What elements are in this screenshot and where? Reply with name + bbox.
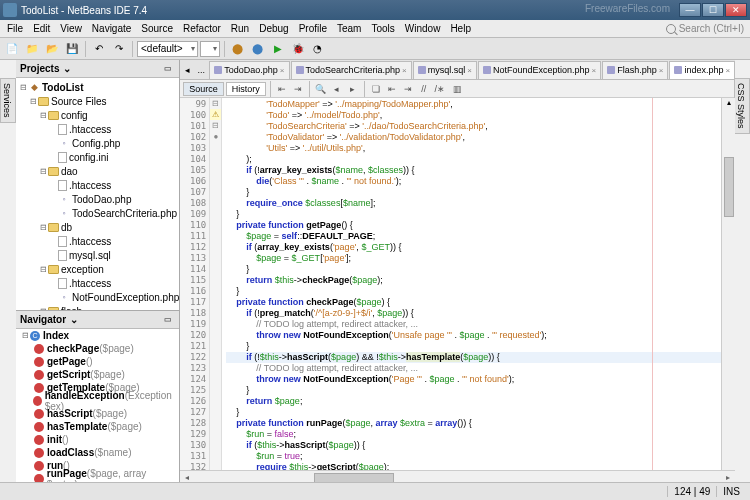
menu-view[interactable]: View — [55, 22, 87, 35]
build-button[interactable]: ⬤ — [229, 40, 247, 58]
menu-source[interactable]: Source — [136, 22, 178, 35]
nav-item[interactable]: loadClass($name) — [16, 446, 179, 459]
editor-tab[interactable]: Flash.php× — [602, 61, 668, 79]
editor-tab[interactable]: TodoDao.php× — [209, 61, 289, 79]
line-gutter[interactable]: 9910010110210310410510610710810911011111… — [180, 98, 210, 470]
insert-mode: INS — [716, 486, 746, 497]
tab-close-icon[interactable]: × — [592, 66, 597, 75]
next-bookmark-button[interactable]: ▸ — [346, 82, 360, 96]
menu-window[interactable]: Window — [400, 22, 446, 35]
nav-item[interactable]: handleException(Exception $ex) — [16, 394, 179, 407]
prev-bookmark-button[interactable]: ◂ — [330, 82, 344, 96]
history-tab[interactable]: History — [226, 82, 266, 96]
split-button[interactable]: ▥ — [451, 82, 465, 96]
search-box[interactable]: Search (Ctrl+I) — [666, 23, 750, 34]
editor-tab[interactable]: NotFoundException.php× — [478, 61, 601, 79]
menu-file[interactable]: File — [2, 22, 28, 35]
tab-close-icon[interactable]: × — [280, 66, 285, 75]
menu-team[interactable]: Team — [332, 22, 366, 35]
nav-item[interactable]: init() — [16, 433, 179, 446]
menu-navigate[interactable]: Navigate — [87, 22, 136, 35]
tree-item[interactable]: ⊟config — [16, 108, 179, 122]
uncomment-button[interactable]: /∗ — [433, 82, 447, 96]
nav-item[interactable]: getScript($page) — [16, 368, 179, 381]
comment-button[interactable]: // — [417, 82, 431, 96]
vertical-scrollbar[interactable]: ▴ — [721, 98, 735, 470]
tab-close-icon[interactable]: × — [467, 66, 472, 75]
menu-edit[interactable]: Edit — [28, 22, 55, 35]
close-button[interactable]: ✕ — [725, 3, 747, 17]
css-styles-side-tab[interactable]: CSS Styles — [734, 78, 750, 134]
services-side-tab[interactable]: Services — [0, 78, 16, 123]
code-area[interactable]: 'TodoMapper' => '../mapping/TodoMapper.p… — [222, 98, 721, 470]
source-tab[interactable]: Source — [183, 82, 224, 96]
nav-back-button[interactable]: ⇤ — [275, 82, 289, 96]
new-project-button[interactable]: 📁 — [23, 40, 41, 58]
config-combo[interactable]: <default> — [137, 41, 198, 57]
shift-left-button[interactable]: ⇤ — [385, 82, 399, 96]
minimize-button[interactable]: — — [679, 3, 701, 17]
nav-item[interactable]: checkPage($page) — [16, 342, 179, 355]
tree-item[interactable]: ⊟db — [16, 220, 179, 234]
tab-close-icon[interactable]: × — [725, 66, 730, 75]
nav-fwd-button[interactable]: ⇥ — [291, 82, 305, 96]
tree-item[interactable]: ◦TodoSearchCriteria.php — [16, 206, 179, 220]
nav-item[interactable]: runPage($page, array $extra) — [16, 472, 179, 482]
annotation-gutter[interactable]: ⊟⚠⊟● — [210, 98, 222, 470]
panel-min-button[interactable]: ▭ — [161, 62, 175, 76]
nav-item[interactable]: getPage() — [16, 355, 179, 368]
tree-item[interactable]: ⊟Source Files — [16, 94, 179, 108]
tabs-more[interactable]: ... — [194, 65, 208, 75]
main-toolbar: 📄 📁 📂 💾 ↶ ↷ <default> ⬤ ⬤ ▶ 🐞 ◔ — [0, 38, 750, 60]
tree-item[interactable]: config.ini — [16, 150, 179, 164]
debug-button[interactable]: 🐞 — [289, 40, 307, 58]
undo-button[interactable]: ↶ — [90, 40, 108, 58]
menu-bar: FileEditViewNavigateSourceRefactorRunDeb… — [0, 20, 750, 38]
watermark: FreewareFiles.com — [585, 3, 670, 14]
editor-tab[interactable]: mysql.sql× — [413, 61, 477, 79]
menu-debug[interactable]: Debug — [254, 22, 293, 35]
tree-item[interactable]: ⊟exception — [16, 262, 179, 276]
editor-toolbar: Source History ⇤ ⇥ 🔍 ◂ ▸ ❏ ⇤ ⇥ // /∗ ▥ — [180, 80, 735, 98]
navigator-panel-header: Navigator ⌄ ▭ — [16, 311, 179, 329]
editor-tab[interactable]: TodoSearchCriteria.php× — [291, 61, 412, 79]
tabs-scroll-left[interactable]: ◂ — [180, 65, 194, 75]
editor-tab[interactable]: index.php× — [669, 61, 735, 79]
nav-item[interactable]: hasTemplate($page) — [16, 420, 179, 433]
tree-item[interactable]: ◦NotFoundException.php — [16, 290, 179, 304]
menu-run[interactable]: Run — [226, 22, 254, 35]
code-editor[interactable]: 9910010110210310410510610710810911011111… — [180, 98, 735, 470]
status-bar: 124 | 49 INS — [0, 482, 750, 500]
toggle-highlight-button[interactable]: ❏ — [369, 82, 383, 96]
nav-min-button[interactable]: ▭ — [161, 313, 175, 327]
open-button[interactable]: 📂 — [43, 40, 61, 58]
run-button[interactable]: ▶ — [269, 40, 287, 58]
maximize-button[interactable]: ☐ — [702, 3, 724, 17]
run-target-combo[interactable] — [200, 41, 220, 57]
menu-help[interactable]: Help — [445, 22, 476, 35]
redo-button[interactable]: ↷ — [110, 40, 128, 58]
cursor-position: 124 | 49 — [667, 486, 716, 497]
profile-button[interactable]: ◔ — [309, 40, 327, 58]
tree-item[interactable]: .htaccess — [16, 122, 179, 136]
tree-item[interactable]: mysql.sql — [16, 248, 179, 262]
menu-tools[interactable]: Tools — [366, 22, 399, 35]
shift-right-button[interactable]: ⇥ — [401, 82, 415, 96]
search-placeholder: Search (Ctrl+I) — [679, 23, 744, 34]
tab-close-icon[interactable]: × — [402, 66, 407, 75]
save-all-button[interactable]: 💾 — [63, 40, 81, 58]
find-sel-button[interactable]: 🔍 — [314, 82, 328, 96]
tree-item[interactable]: ⊟dao — [16, 164, 179, 178]
tree-item[interactable]: .htaccess — [16, 178, 179, 192]
menu-profile[interactable]: Profile — [294, 22, 332, 35]
clean-build-button[interactable]: ⬤ — [249, 40, 267, 58]
tree-item[interactable]: .htaccess — [16, 234, 179, 248]
navigator-list[interactable]: ⊟CIndex checkPage($page)getPage()getScri… — [16, 329, 179, 482]
menu-refactor[interactable]: Refactor — [178, 22, 226, 35]
tree-item[interactable]: .htaccess — [16, 276, 179, 290]
tree-item[interactable]: ◦Config.php — [16, 136, 179, 150]
project-tree[interactable]: ⊟◆TodoList ⊟Source Files⊟config.htaccess… — [16, 78, 179, 310]
tab-close-icon[interactable]: × — [659, 66, 664, 75]
tree-item[interactable]: ◦TodoDao.php — [16, 192, 179, 206]
new-file-button[interactable]: 📄 — [3, 40, 21, 58]
